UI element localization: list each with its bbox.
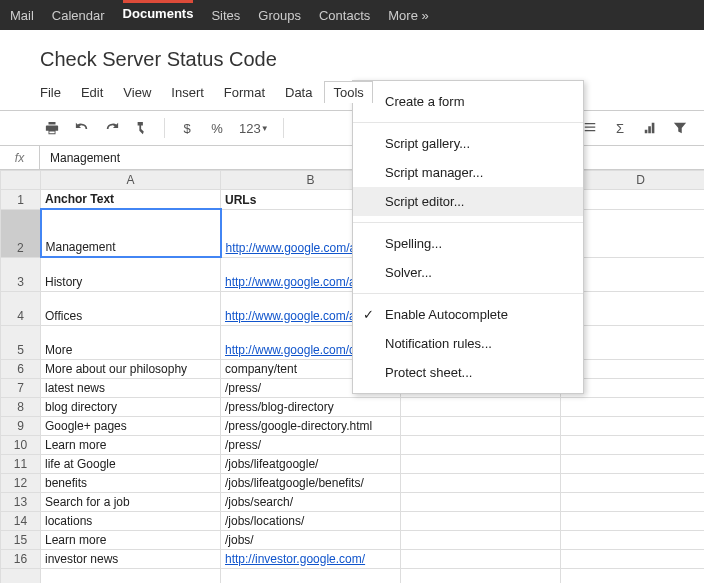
row-header[interactable]: 13 [1,492,41,511]
cell[interactable] [561,568,705,583]
column-header-A[interactable]: A [41,171,221,190]
cell[interactable] [561,492,705,511]
cell[interactable] [561,454,705,473]
print-icon[interactable] [40,116,64,140]
cell[interactable]: /jobs/lifeatgoogle/ [221,454,401,473]
cell[interactable]: /press/blog-directory [221,397,401,416]
cell[interactable]: life at Google [41,454,221,473]
menu-insert[interactable]: Insert [171,85,204,102]
menu-edit[interactable]: Edit [81,85,103,102]
row-header[interactable]: 14 [1,511,41,530]
row-header[interactable]: 12 [1,473,41,492]
topnav-calendar[interactable]: Calendar [52,2,105,29]
cell[interactable]: More [41,325,221,359]
cell[interactable] [401,416,561,435]
cell[interactable] [561,435,705,454]
cell[interactable]: /press/ [221,435,401,454]
cell[interactable] [401,492,561,511]
topnav-groups[interactable]: Groups [258,2,301,29]
cell[interactable]: latest news [41,378,221,397]
cell[interactable]: History [41,257,221,291]
row-header[interactable]: 4 [1,291,41,325]
cell[interactable] [401,473,561,492]
cell[interactable] [401,397,561,416]
menu-item-protect-sheet[interactable]: Protect sheet... [353,358,583,387]
cell[interactable]: Anchor Text [41,190,221,210]
cell[interactable] [401,435,561,454]
row-header[interactable]: 9 [1,416,41,435]
cell[interactable]: More about our philosophy [41,359,221,378]
paint-format-icon[interactable] [130,116,154,140]
percent-button[interactable]: % [205,116,229,140]
row-header[interactable]: 17 [1,568,41,583]
cell[interactable]: Learn more [41,530,221,549]
cell[interactable]: financial information [41,568,221,583]
topnav-more[interactable]: More » [388,2,428,29]
row-header[interactable]: 15 [1,530,41,549]
menu-view[interactable]: View [123,85,151,102]
cell[interactable] [401,454,561,473]
cell[interactable]: http://investor.google.com/ [221,549,401,568]
menu-format[interactable]: Format [224,85,265,102]
row-header[interactable]: 1 [1,190,41,210]
number-format-button[interactable]: 123 ▼ [235,116,273,140]
menu-item-script-gallery[interactable]: Script gallery... [353,129,583,158]
cell[interactable] [561,397,705,416]
redo-icon[interactable] [100,116,124,140]
row-header[interactable]: 8 [1,397,41,416]
chart-icon[interactable] [638,116,662,140]
topnav-mail[interactable]: Mail [10,2,34,29]
cell[interactable]: /jobs/lifeatgoogle/benefits/ [221,473,401,492]
row-header[interactable]: 3 [1,257,41,291]
menu-item-enable-autocomplete[interactable]: ✓Enable Autocomplete [353,300,583,329]
row-header[interactable]: 2 [1,209,41,257]
cell[interactable] [401,530,561,549]
menu-tools[interactable]: Tools [324,81,372,103]
cell[interactable]: Search for a job [41,492,221,511]
cell[interactable] [561,549,705,568]
corner-cell[interactable] [1,171,41,190]
menu-item-notification-rules[interactable]: Notification rules... [353,329,583,358]
cell[interactable]: benefits [41,473,221,492]
row-header[interactable]: 5 [1,325,41,359]
cell[interactable]: http://investor.google.com/earnings.html [221,568,401,583]
row-header[interactable]: 11 [1,454,41,473]
sigma-icon[interactable]: Σ [608,116,632,140]
cell[interactable] [561,416,705,435]
cell[interactable]: Google+ pages [41,416,221,435]
cell[interactable]: locations [41,511,221,530]
fx-value[interactable]: Management [40,151,120,165]
cell[interactable]: investor news [41,549,221,568]
menu-item-script-manager[interactable]: Script manager... [353,158,583,187]
menu-item-solver[interactable]: Solver... [353,258,583,287]
cell[interactable]: /jobs/search/ [221,492,401,511]
menu-item-spelling[interactable]: Spelling... [353,229,583,258]
cell[interactable]: Offices [41,291,221,325]
cell[interactable]: /press/google-directory.html [221,416,401,435]
row-header[interactable]: 6 [1,359,41,378]
menu-data[interactable]: Data [285,85,312,102]
topnav-contacts[interactable]: Contacts [319,2,370,29]
cell[interactable]: Management [41,209,221,257]
cell[interactable] [401,568,561,583]
menu-item-create-a-form[interactable]: Create a form [353,87,583,116]
topnav-sites[interactable]: Sites [211,2,240,29]
topnav-documents[interactable]: Documents [123,0,194,27]
cell[interactable]: /jobs/ [221,530,401,549]
cell[interactable] [401,511,561,530]
document-title[interactable]: Check Server Status Code [40,48,704,71]
menu-item-script-editor[interactable]: Script editor... [353,187,583,216]
undo-icon[interactable] [70,116,94,140]
row-header[interactable]: 10 [1,435,41,454]
currency-button[interactable]: $ [175,116,199,140]
filter-icon[interactable] [668,116,692,140]
cell[interactable] [561,511,705,530]
row-header[interactable]: 16 [1,549,41,568]
cell[interactable]: blog directory [41,397,221,416]
cell[interactable] [561,473,705,492]
menu-file[interactable]: File [40,85,61,102]
cell[interactable]: Learn more [41,435,221,454]
cell[interactable] [561,530,705,549]
cell[interactable]: /jobs/locations/ [221,511,401,530]
cell[interactable] [401,549,561,568]
